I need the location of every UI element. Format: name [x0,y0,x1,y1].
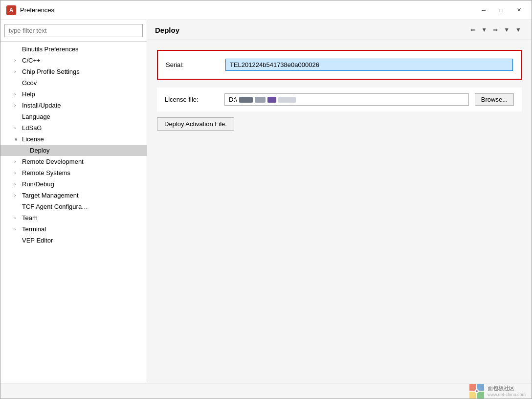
license-row: License file: D:\ Browse... [165,93,514,106]
sidebar-label-run-debug: Run/Debug [22,180,54,188]
chevron-lang [14,114,20,119]
serial-section: Serial: [157,50,522,80]
chevron-vep [14,238,20,243]
sidebar-item-run-debug[interactable]: › Run/Debug [0,178,147,190]
sidebar-item-remote-dev[interactable]: › Remote Development [0,156,147,167]
license-label: License file: [165,96,219,103]
license-path: D:\ [224,93,469,106]
sidebar-item-gcov[interactable]: Gcov [0,77,147,89]
sidebar-label-chip: Chip Profile Settings [22,68,80,75]
chevron-deploy [22,148,28,153]
sidebar-item-target-mgmt[interactable]: › Target Management [0,190,147,201]
sidebar-item-deploy[interactable]: Deploy [0,145,147,156]
chevron-ldsag: › [14,125,20,131]
close-button[interactable]: ✕ [512,5,526,16]
path-prefix: D:\ [229,96,237,103]
chevron-install: › [14,103,20,108]
path-segment-4 [278,97,296,103]
sidebar-label-remote-dev: Remote Development [22,158,84,165]
watermark-icon [469,383,485,399]
serial-input[interactable] [225,59,513,71]
title-bar: A Preferences ─ □ ✕ [0,0,532,20]
sidebar-item-binutils[interactable]: Binutils Preferences [0,44,147,55]
minimize-button[interactable]: ─ [477,5,490,16]
path-segment-2 [255,97,266,103]
sidebar-label-license: License [22,135,44,143]
back-button[interactable]: ⇐ [468,25,478,35]
chevron-tcf [14,204,20,209]
sidebar-label-team: Team [22,214,38,222]
sidebar-label-deploy: Deploy [30,147,49,154]
forward-button[interactable]: ⇒ [490,25,500,35]
chevron-license: ∨ [14,136,20,142]
preferences-window: A Preferences ─ □ ✕ Binutils Preferences [0,0,532,399]
sidebar-label-language: Language [22,113,50,120]
sidebar-item-team[interactable]: › Team [0,212,147,223]
tree-list: Binutils Preferences › C/C++ › Chip Prof… [0,42,147,383]
sidebar-item-license[interactable]: ∨ License [0,133,147,145]
sidebar-item-language[interactable]: Language [0,111,147,122]
watermark-name: 面包板社区 [488,385,526,392]
svg-point-5 [476,390,478,392]
serial-label: Serial: [166,61,220,68]
app-icon: A [6,5,16,15]
panel-content: Serial: License file: D:\ [147,40,532,383]
path-segment-1 [239,97,253,103]
sidebar-label-terminal: Terminal [22,225,46,233]
sidebar-label-cpp: C/C++ [22,57,41,64]
serial-row: Serial: [166,59,513,71]
maximize-button[interactable]: □ [494,5,508,16]
sidebar-item-remote-sys[interactable]: › Remote Systems [0,167,147,178]
watermark-url: www.eet-china.com [488,392,526,397]
chevron-remote-sys: › [14,170,20,176]
search-input[interactable] [4,24,143,37]
chevron-chip: › [14,69,20,74]
chevron-run-debug: › [14,181,20,187]
svg-rect-0 [469,384,476,391]
sidebar-label-binutils: Binutils Preferences [22,45,79,53]
chevron-team: › [14,215,20,221]
chevron-target: › [14,193,20,198]
license-section: License file: D:\ Browse... [157,88,522,111]
svg-rect-1 [477,384,484,391]
sidebar: Binutils Preferences › C/C++ › Chip Prof… [0,20,147,383]
search-box [0,20,147,42]
chevron-terminal: › [14,226,20,232]
deploy-activation-button[interactable]: Deploy Activation File. [157,117,234,131]
sidebar-item-install[interactable]: › Install/Update [0,100,147,111]
sidebar-item-chip-profile[interactable]: › Chip Profile Settings [0,66,147,77]
window-title: Preferences [20,6,54,14]
chevron-cpp: › [14,58,20,63]
menu-dropdown[interactable]: ▼ [513,25,524,35]
panel-title: Deploy [155,26,179,34]
svg-rect-3 [477,392,484,399]
window-controls: ─ □ ✕ [477,5,526,16]
watermark-text-group: 面包板社区 www.eet-china.com [488,385,526,397]
main-panel: Deploy ⇐ ▼ ⇒ ▼ ▼ Serial: [147,20,532,383]
sidebar-item-cpp[interactable]: › C/C++ [0,55,147,66]
svg-rect-2 [469,392,476,399]
browse-button[interactable]: Browse... [475,93,514,106]
sidebar-item-tcf[interactable]: TCF Agent Configura… [0,201,147,212]
chevron-gcov [14,80,20,86]
sidebar-label-ldsag: LdSaG [22,124,42,132]
sidebar-label-vep: VEP Editor [22,237,53,244]
forward-dropdown[interactable]: ▼ [501,25,512,35]
sidebar-label-tcf: TCF Agent Configura… [22,203,88,210]
content-area: Binutils Preferences › C/C++ › Chip Prof… [0,20,532,383]
chevron-remote-dev: › [14,159,20,164]
title-bar-left: A Preferences [6,5,54,15]
sidebar-item-terminal[interactable]: › Terminal [0,223,147,235]
watermark: 面包板社区 www.eet-china.com [469,383,526,399]
sidebar-label-help: Help [22,90,35,98]
deploy-button-container: Deploy Activation File. [157,117,522,131]
sidebar-item-help[interactable]: › Help [0,89,147,100]
chevron-binutils [14,46,20,52]
path-segment-3 [267,97,276,103]
back-dropdown[interactable]: ▼ [479,25,489,35]
bottom-bar: 面包板社区 www.eet-china.com [0,383,532,399]
sidebar-item-vep[interactable]: VEP Editor [0,235,147,246]
sidebar-item-ldsag[interactable]: › LdSaG [0,122,147,133]
chevron-help: › [14,91,20,97]
sidebar-label-target: Target Management [22,192,79,199]
